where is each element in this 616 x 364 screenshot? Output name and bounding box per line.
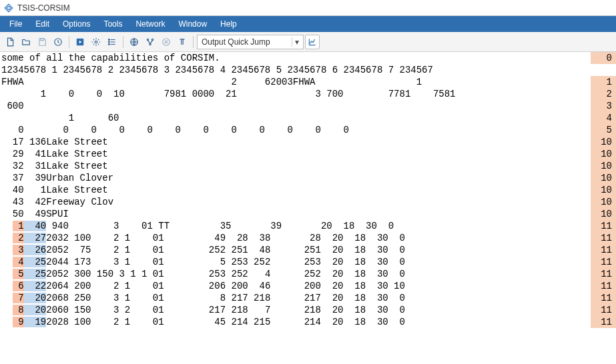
svg-point-8: [147, 39, 148, 40]
gutter-cell: 11: [591, 220, 616, 232]
editor-line[interactable]: 7 202068 250 3 1 01 8 217 218 217 20 18 …: [1, 292, 615, 304]
text-content[interactable]: some of all the capabilities of CORSIM.1…: [0, 52, 616, 328]
play-icon[interactable]: [73, 35, 87, 49]
record-type-gutter: 01234510101010101010111111111111111111: [591, 52, 616, 328]
gutter-cell: 3: [591, 100, 616, 112]
new-file-icon[interactable]: [3, 35, 17, 49]
menu-bar: File Edit Options Tools Network Window H…: [0, 16, 616, 32]
editor-line[interactable]: 50 49SPUI: [1, 208, 615, 220]
globe-icon[interactable]: [127, 35, 141, 49]
chevron-down-icon: ▾: [292, 37, 302, 47]
menu-window[interactable]: Window: [172, 16, 214, 32]
gutter-cell: 11: [591, 232, 616, 244]
gutter-cell: 11: [591, 244, 616, 256]
text-format-icon[interactable]: [175, 35, 190, 49]
toolbar-separator: [123, 36, 123, 48]
gutter-cell: 11: [591, 280, 616, 292]
editor-line[interactable]: 32 31Lake Street: [1, 160, 615, 172]
settings-icon[interactable]: [89, 35, 103, 49]
gutter-cell: 10: [591, 148, 616, 160]
editor-line[interactable]: 4 252044 173 3 1 01 5 253 252 253 20 18 …: [1, 256, 615, 268]
gutter-cell: 11: [591, 316, 616, 328]
editor-line[interactable]: 2 272032 100 2 1 01 49 28 38 28 20 18 30…: [1, 232, 615, 244]
editor-area[interactable]: some of all the capabilities of CORSIM.1…: [0, 52, 616, 364]
editor-line[interactable]: 1 0 0 10 7981 0000 21 3 700 7781 7581: [1, 88, 615, 100]
open-folder-icon[interactable]: [19, 35, 33, 49]
editor-line[interactable]: 40 1Lake Street: [1, 184, 615, 196]
toolbar: Output Quick Jump ▾: [0, 32, 616, 52]
chart-icon[interactable]: [305, 35, 320, 49]
gutter-cell: 10: [591, 172, 616, 184]
gutter-cell: 0: [591, 52, 616, 64]
gutter-cell: 11: [591, 256, 616, 268]
editor-line[interactable]: 29 41Lake Street: [1, 148, 615, 160]
editor-line[interactable]: 37 39Urban Clover: [1, 172, 615, 184]
globe-clock-icon[interactable]: [51, 35, 65, 49]
list-icon[interactable]: [105, 35, 119, 49]
gutter-cell: 11: [591, 292, 616, 304]
gutter-cell: 11: [591, 304, 616, 316]
editor-line[interactable]: 3 262052 75 2 1 01 252 251 48 251 20 18 …: [1, 244, 615, 256]
output-quick-jump-dropdown[interactable]: Output Quick Jump ▾: [197, 35, 304, 49]
gutter-cell: 10: [591, 208, 616, 220]
network-map-icon[interactable]: [143, 35, 158, 49]
editor-line[interactable]: 12345678 1 2345678 2 2345678 3 2345678 4…: [1, 64, 615, 76]
editor-line[interactable]: 1 40 940 3 01 TT 35 39 20 18 30 0: [1, 220, 615, 232]
svg-point-6: [108, 43, 109, 45]
gutter-cell: [591, 64, 616, 76]
menu-file[interactable]: File: [3, 16, 29, 32]
toolbar-separator: [69, 36, 69, 48]
gutter-cell: 5: [591, 124, 616, 136]
title-bar: TSIS-CORSIM: [0, 0, 616, 16]
editor-line[interactable]: 43 42Freeway Clov: [1, 196, 615, 208]
editor-line[interactable]: FHWA 2 62003FHWA 1: [1, 76, 615, 88]
editor-line[interactable]: 9 192028 100 2 1 01 45 214 215 214 20 18…: [1, 316, 615, 328]
editor-line[interactable]: 600: [1, 100, 615, 112]
svg-point-10: [149, 43, 151, 45]
gutter-cell: 2: [591, 88, 616, 100]
menu-network[interactable]: Network: [129, 16, 172, 32]
app-icon: [4, 3, 13, 13]
svg-point-5: [108, 41, 109, 43]
gutter-cell: 10: [591, 184, 616, 196]
gutter-cell: 10: [591, 136, 616, 148]
editor-line[interactable]: 5 252052 300 150 3 1 1 01 253 252 4 252 …: [1, 268, 615, 280]
svg-point-4: [108, 39, 109, 40]
svg-point-3: [95, 41, 97, 43]
toolbar-separator: [193, 36, 194, 48]
editor-line[interactable]: 17 136Lake Street: [1, 136, 615, 148]
gutter-cell: 1: [591, 76, 616, 88]
save-icon[interactable]: [35, 35, 49, 49]
svg-rect-0: [41, 38, 44, 40]
editor-line[interactable]: 1 60: [1, 112, 615, 124]
menu-tools[interactable]: Tools: [97, 16, 129, 32]
window-title: TSIS-CORSIM: [17, 3, 70, 13]
menu-help[interactable]: Help: [214, 16, 244, 32]
gutter-cell: 11: [591, 268, 616, 280]
editor-line[interactable]: 8 202060 150 3 2 01 217 218 7 218 20 18 …: [1, 304, 615, 316]
menu-edit[interactable]: Edit: [29, 16, 56, 32]
menu-options[interactable]: Options: [56, 16, 97, 32]
cancel-icon[interactable]: [159, 35, 174, 49]
editor-line[interactable]: 6 222064 200 2 1 01 206 200 46 200 20 18…: [1, 280, 615, 292]
editor-line[interactable]: 0 0 0 0 0 0 0 0 0 0 0 0: [1, 124, 615, 136]
gutter-cell: 10: [591, 196, 616, 208]
svg-point-9: [151, 39, 153, 40]
dropdown-label: Output Quick Jump: [202, 37, 292, 47]
gutter-cell: 10: [591, 160, 616, 172]
editor-line[interactable]: some of all the capabilities of CORSIM.: [1, 52, 615, 64]
gutter-cell: 4: [591, 112, 616, 124]
